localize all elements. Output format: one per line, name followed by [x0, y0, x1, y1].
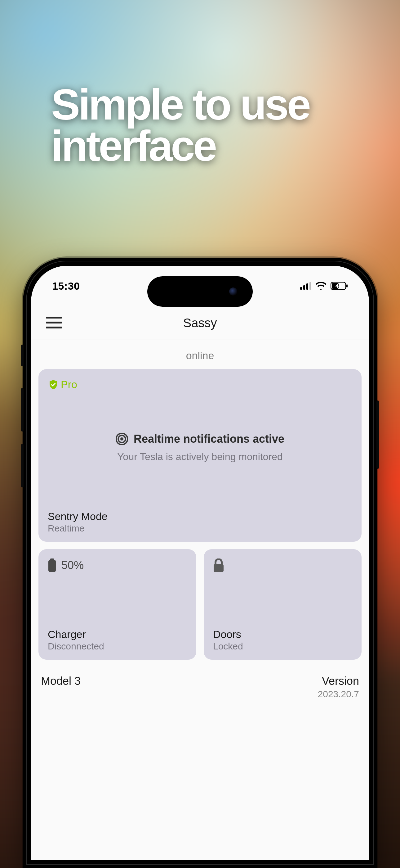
menu-button[interactable]: [46, 317, 62, 329]
battery-icon: 48: [331, 282, 348, 290]
broadcast-icon: [116, 433, 128, 445]
phone-side-button: [376, 400, 379, 469]
battery-icon: [48, 558, 57, 572]
vehicle-version: Version 2023.20.7: [318, 675, 359, 700]
svg-text:48: 48: [335, 283, 341, 289]
sentry-card-footer: Sentry Mode Realtime: [48, 510, 352, 534]
online-status: online: [38, 341, 362, 369]
svg-rect-0: [300, 287, 302, 290]
card-row: 50% Charger Disconnected: [38, 549, 362, 660]
charger-card-title: Charger: [48, 628, 187, 641]
svg-point-8: [120, 437, 124, 440]
svg-rect-13: [214, 564, 224, 572]
vehicle-meta-row: Model 3 Version 2023.20.7: [38, 660, 362, 700]
sentry-card-title: Sentry Mode: [48, 510, 352, 523]
svg-rect-1: [303, 285, 305, 290]
status-indicators: 48: [300, 282, 348, 290]
version-label: Version: [318, 675, 359, 688]
doors-card-sub: Locked: [213, 641, 352, 652]
sentry-card-sub: Realtime: [48, 523, 352, 534]
notification-block: Realtime notifications active Your Tesla…: [48, 384, 352, 510]
promo-headline-line2: interface: [51, 125, 309, 166]
cellular-icon: [300, 282, 311, 290]
battery-percentage: 50%: [61, 559, 84, 572]
notification-subtitle: Your Tesla is actively being monitored: [117, 451, 283, 463]
app-header: Sassy: [31, 306, 369, 340]
version-value: 2023.20.7: [318, 689, 359, 700]
charger-card[interactable]: 50% Charger Disconnected: [38, 549, 196, 660]
doors-card-title: Doors: [213, 628, 352, 641]
svg-rect-6: [346, 284, 347, 287]
phone-side-button: [21, 345, 24, 366]
charger-card-top: 50%: [48, 558, 187, 572]
notification-title: Realtime notifications active: [134, 432, 284, 445]
svg-rect-3: [309, 282, 311, 290]
phone-screen: 15:30 48: [31, 266, 369, 860]
vehicle-model: Model 3: [41, 675, 80, 700]
charger-card-footer: Charger Disconnected: [48, 628, 187, 652]
svg-rect-2: [306, 283, 308, 290]
status-time: 15:30: [52, 280, 80, 292]
phone-frame: 15:30 48: [23, 258, 377, 868]
main-content: online Pro Re: [31, 341, 369, 860]
charger-card-sub: Disconnected: [48, 641, 187, 652]
promo-headline: Simple to use interface: [51, 84, 309, 166]
sentry-mode-card[interactable]: Pro Realtime notifications active Your T…: [38, 369, 362, 542]
phone-side-button: [21, 388, 24, 432]
wifi-icon: [316, 282, 326, 290]
doors-card[interactable]: Doors Locked: [204, 549, 362, 660]
status-bar: 15:30 48: [31, 266, 369, 306]
doors-card-footer: Doors Locked: [213, 628, 352, 652]
svg-rect-12: [48, 560, 56, 572]
phone-side-button: [21, 444, 24, 487]
doors-card-top: [213, 558, 352, 572]
lock-icon: [213, 558, 224, 572]
notification-title-row: Realtime notifications active: [116, 432, 284, 445]
app-title: Sassy: [183, 316, 217, 330]
